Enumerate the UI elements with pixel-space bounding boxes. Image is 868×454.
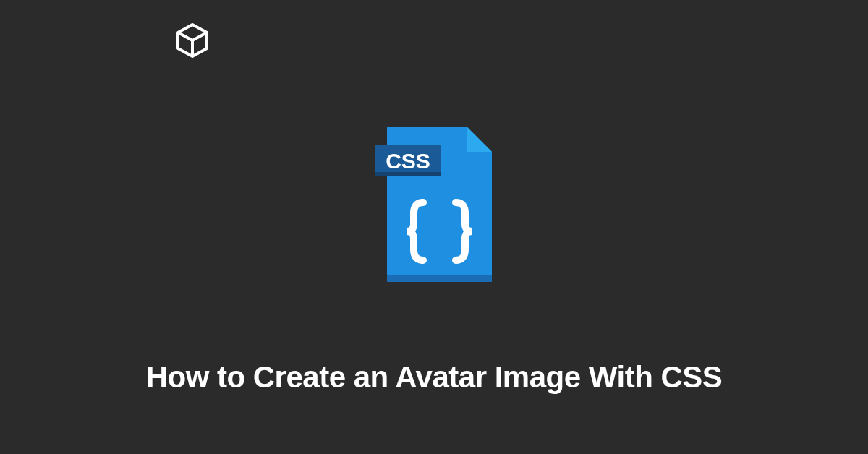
cube-logo-icon xyxy=(172,20,213,64)
page-title: How to Create an Avatar Image With CSS xyxy=(0,360,868,395)
css-label-text: CSS xyxy=(386,149,430,173)
css-file-icon: CSS xyxy=(362,112,506,296)
